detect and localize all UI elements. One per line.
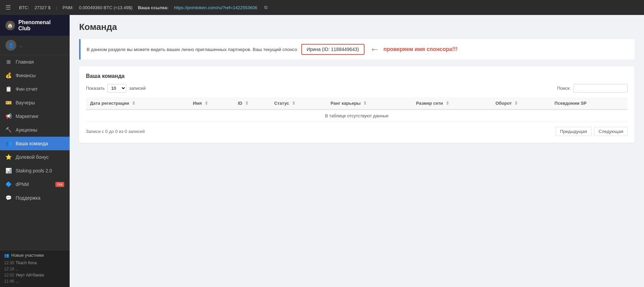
member-entry: 11:46... [4, 278, 66, 284]
sort-icon: ⇕ [514, 101, 518, 106]
pagination-info: Записи с 0 до 0 из 0 записей [86, 129, 145, 134]
show-label: Показать [86, 86, 105, 91]
pnm-label: PNM: [62, 5, 74, 10]
copy-icon[interactable]: ⧉ [264, 5, 267, 10]
sidebar-item-marketing[interactable]: 📢 Маркетинг [0, 109, 70, 123]
sidebar-icon-finance: 💰 [5, 72, 12, 79]
sidebar-label-share-bonus: Долевой бонус [16, 154, 49, 160]
sidebar-icon-marketing: 📢 [5, 113, 12, 119]
red-arrow-icon: ← [370, 44, 379, 55]
sidebar-label-your-team: Ваша команда [16, 141, 48, 146]
sort-icon: ⇕ [292, 101, 296, 106]
member-name: Tkach Ilona [16, 260, 37, 265]
sort-icon: ⇕ [245, 101, 249, 106]
logo-icon: 🏠 [5, 21, 15, 30]
team-section: Ваша команда Показать 10 25 50 100 запис… [79, 66, 634, 143]
data-table: Дата регистрации ⇕Имя ⇕ID ⇕Статус ⇕Ранг … [86, 97, 628, 122]
sidebar-item-dpnm[interactable]: 🔷 dPNM Hot [0, 178, 70, 191]
link-label: Ваша ссылка: [138, 5, 168, 10]
topbar-sep1: | [56, 5, 57, 10]
info-text: В данном разделе вы можете видеть ваших … [87, 47, 297, 52]
sidebar-label-dpnm: dPNM [16, 182, 29, 187]
member-time: 12:02 [4, 273, 14, 277]
col-turnover[interactable]: Оборот ⇕ [491, 97, 551, 109]
layout: 🏠 Phenomenal Club 👤 .. ⊞ Главная 💰 Финан… [0, 15, 644, 287]
sidebar-label-main: Главная [16, 59, 34, 65]
col-date[interactable]: Дата регистрации ⇕ [86, 97, 189, 109]
sidebar-item-main[interactable]: ⊞ Главная [0, 55, 70, 69]
sidebar-label-auctions: Аукционы [16, 127, 37, 133]
sidebar-item-support[interactable]: 💬 Поддержка [0, 191, 70, 205]
sidebar-label-finance: Финансы [16, 73, 36, 78]
sort-icon: ⇕ [204, 101, 208, 106]
main-content: Команда В данном разделе вы можете видет… [70, 15, 644, 287]
col-rank[interactable]: Ранг карьеры ⇕ [326, 97, 412, 109]
pagination-buttons: Предыдущая Следующая [556, 127, 628, 136]
sidebar-label-staking: Staking pools 2.0 [16, 168, 52, 173]
sidebar-icon-staking: 📊 [5, 168, 12, 174]
sidebar-item-auctions[interactable]: 🔨 Аукционы [0, 123, 70, 137]
avatar: 👤 [5, 40, 16, 51]
table-controls: Показать 10 25 50 100 записей Поиск: [86, 84, 628, 92]
arrow-annotation: ← проверяем имя спонсора!!! [370, 44, 458, 55]
member-name: .. [16, 267, 18, 271]
sidebar: 🏠 Phenomenal Club 👤 .. ⊞ Главная 💰 Финан… [0, 15, 70, 287]
table-header: Дата регистрации ⇕Имя ⇕ID ⇕Статус ⇕Ранг … [86, 97, 628, 109]
logo-text: Phenomenal Club [18, 19, 64, 32]
sidebar-item-finance[interactable]: 💰 Финансы [0, 69, 70, 82]
search-input[interactable] [573, 84, 628, 92]
col-name[interactable]: Имя ⇕ [189, 97, 234, 109]
member-time: 12:30 [4, 260, 14, 265]
sidebar-nav: ⊞ Главная 💰 Финансы 📋 Фин отчет 🎫 Ваучер… [0, 55, 70, 250]
col-status[interactable]: Статус ⇕ [270, 97, 326, 109]
username: .. [20, 43, 22, 48]
sidebar-label-marketing: Маркетинг [16, 114, 39, 119]
sidebar-icon-share-bonus: ⭐ [5, 154, 12, 160]
sidebar-icon-dpnm: 🔷 [5, 181, 12, 187]
sort-icon: ⇕ [363, 101, 367, 106]
show-entries: Показать 10 25 50 100 записей [86, 84, 146, 92]
col-network[interactable]: Размер сети ⇕ [412, 97, 491, 109]
sidebar-item-vouchers[interactable]: 🎫 Ваучеры [0, 96, 70, 109]
member-time: 12:18 [4, 267, 14, 271]
sidebar-item-your-team[interactable]: 👥 Ваша команда [0, 137, 70, 150]
badge-dpnm: Hot [55, 182, 64, 187]
pnm-value: 0.00049360 BTC (≈13.49$) [79, 5, 132, 10]
search-label: Поиск: [557, 86, 571, 91]
sort-icon: ⇕ [132, 101, 136, 106]
prev-button[interactable]: Предыдущая [556, 127, 592, 136]
referral-link[interactable]: https://pnmtoken.com/ru/?ref=1422553606 [174, 5, 257, 10]
sidebar-item-staking[interactable]: 📊 Staking pools 2.0 [0, 164, 70, 178]
page-title: Команда [79, 22, 634, 32]
member-entry: 12:18.. [4, 266, 66, 272]
sidebar-icon-support: 💬 [5, 195, 12, 201]
table-body: В таблице отсутствуют данные [86, 109, 628, 122]
hamburger-icon[interactable]: ☰ [5, 4, 11, 11]
sidebar-logo: 🏠 Phenomenal Club [0, 15, 70, 36]
col-alias: Псевдоним SP [551, 97, 628, 109]
next-button[interactable]: Следующая [594, 127, 628, 136]
sidebar-user: 👤 .. [0, 36, 70, 55]
entries-select[interactable]: 10 25 50 100 [107, 84, 126, 92]
team-title: Ваша команда [86, 73, 628, 79]
sidebar-item-fin-report[interactable]: 📋 Фин отчет [0, 82, 70, 96]
sidebar-item-share-bonus[interactable]: ⭐ Долевой бонус [0, 150, 70, 164]
table-empty-message: В таблице отсутствуют данные [86, 109, 628, 122]
new-members-icon: 👥 [4, 253, 9, 258]
topbar: ☰ BTC: 27327 $ | PNM: 0.00049360 BTC (≈1… [0, 0, 644, 15]
sidebar-label-vouchers: Ваучеры [16, 100, 35, 105]
sidebar-icon-your-team: 👥 [5, 140, 12, 147]
sort-icon: ⇕ [446, 101, 449, 106]
info-banner: В данном разделе вы можете видеть ваших … [79, 39, 634, 60]
btc-value: 27327 $ [35, 5, 51, 10]
sidebar-icon-auctions: 🔨 [5, 127, 12, 133]
btc-label: BTC: [19, 5, 29, 10]
member-name: Умут Айтбаева [16, 273, 44, 277]
new-members-title: 👥 Новые участники [4, 253, 66, 258]
member-time: 11:46 [4, 279, 14, 284]
sidebar-icon-main: ⊞ [5, 59, 12, 65]
member-entry: 12:30Tkach Ilona [4, 260, 66, 266]
new-members-panel: 👥 Новые участники 12:30Tkach Ilona12:18.… [0, 250, 70, 287]
sidebar-icon-vouchers: 🎫 [5, 100, 12, 106]
col-id[interactable]: ID ⇕ [234, 97, 270, 109]
